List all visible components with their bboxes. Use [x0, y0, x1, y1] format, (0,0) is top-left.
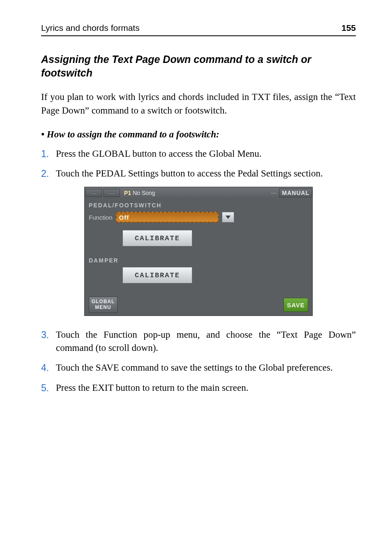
function-value-text: Off [119, 214, 129, 221]
device-footer: GLOBAL MENU SAVE [89, 294, 308, 313]
step-text: Touch the SAVE command to save the setti… [56, 361, 356, 374]
global-menu-line2: MENU [95, 305, 111, 311]
global-menu-button[interactable]: GLOBAL MENU [89, 297, 118, 313]
manual-button[interactable]: MANUAL [279, 188, 312, 197]
step-text: Touch the PEDAL Settings button to acces… [56, 167, 356, 180]
step-item: 3. Touch the Function pop-up menu, and c… [41, 328, 356, 355]
titlebar-dashes: --- [271, 190, 277, 196]
step-number: 3. [41, 328, 56, 341]
device-screenshot: -- --- P1 No Song --- MANUAL PEDAL/FOOTS… [41, 187, 356, 316]
step-item: 2. Touch the PEDAL Settings button to ac… [41, 167, 356, 180]
steps-after: 3. Touch the Function pop-up menu, and c… [41, 328, 356, 395]
step-number: 4. [41, 361, 56, 374]
titlebar-song-name: No Song [133, 190, 155, 196]
save-label: SAVE [287, 302, 305, 309]
calibrate-label: CALIBRATE [135, 272, 180, 279]
step-number: 1. [41, 147, 56, 160]
save-button[interactable]: SAVE [284, 298, 308, 312]
function-caption: Function [89, 214, 113, 221]
calibrate-label: CALIBRATE [135, 234, 180, 242]
titlebar-cell[interactable]: --- [104, 189, 120, 197]
global-menu-line1: GLOBAL [92, 299, 115, 305]
step-number: 5. [41, 381, 56, 395]
howto-subheading: • How to assign the command to a footswi… [41, 129, 356, 140]
chevron-down-icon [226, 216, 231, 219]
titlebar-cell[interactable]: -- [85, 189, 102, 197]
step-text: Touch the Function pop-up menu, and choo… [56, 328, 356, 355]
svg-marker-0 [226, 216, 231, 219]
header-page-number: 155 [341, 23, 356, 33]
device-screen: -- --- P1 No Song --- MANUAL PEDAL/FOOTS… [84, 187, 313, 316]
step-item: 5. Press the EXIT button to return to th… [41, 381, 356, 395]
device-body: PEDAL/FOOTSWITCH Function Off CALIBRATE … [85, 199, 312, 316]
step-text: Press the GLOBAL button to access the Gl… [56, 147, 356, 160]
calibrate-damper-button[interactable]: CALIBRATE [122, 267, 192, 283]
section-heading: Assigning the Text Page Down command to … [41, 53, 356, 79]
titlebar-player-indicator: P1 [124, 190, 131, 196]
function-dropdown-button[interactable] [222, 212, 234, 223]
step-number: 2. [41, 167, 56, 180]
steps-before: 1. Press the GLOBAL button to access the… [41, 147, 356, 180]
intro-paragraph: If you plan to work with lyrics and chor… [41, 90, 356, 118]
pedal-footswitch-group-label: PEDAL/FOOTSWITCH [89, 202, 308, 209]
calibrate-pedal-button[interactable]: CALIBRATE [122, 230, 192, 246]
header-rule [41, 35, 356, 36]
function-row: Function Off [89, 212, 308, 223]
device-titlebar: -- --- P1 No Song --- MANUAL [85, 187, 312, 199]
page-header: Lyrics and chords formats 155 [41, 23, 356, 33]
damper-group-label: DAMPER [89, 257, 308, 264]
step-text: Press the EXIT button to return to the m… [56, 381, 356, 395]
step-item: 4. Touch the SAVE command to save the se… [41, 361, 356, 374]
function-value-field[interactable]: Off [116, 212, 219, 223]
step-item: 1. Press the GLOBAL button to access the… [41, 147, 356, 160]
header-section-title: Lyrics and chords formats [41, 23, 140, 33]
